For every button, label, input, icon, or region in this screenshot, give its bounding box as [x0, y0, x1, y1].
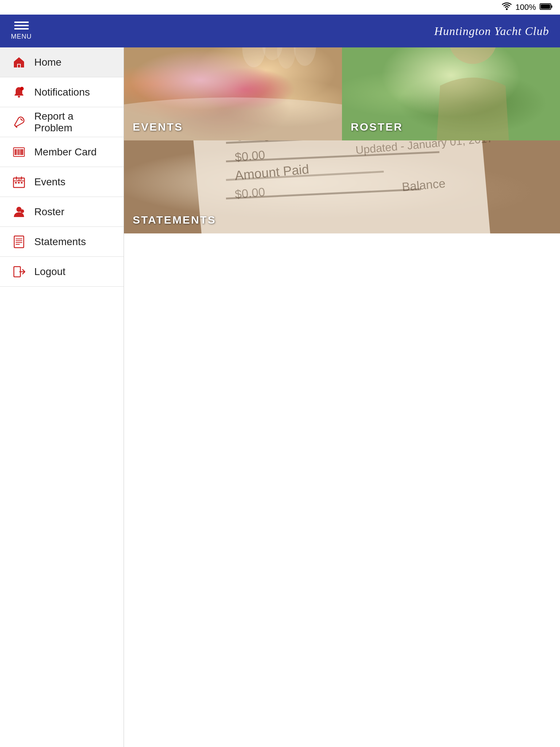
battery-percent: 100% [516, 3, 536, 12]
svg-point-36 [277, 47, 296, 69]
svg-rect-3 [541, 4, 550, 9]
roster-label: Roster [34, 206, 64, 218]
tile-statements[interactable]: Charge Amount Paid $0.00 Updated - Janua… [124, 140, 560, 233]
content-area: Home Notifications [0, 47, 560, 747]
sidebar: Home Notifications [0, 47, 124, 747]
events-tile-label: EVENTS [133, 121, 183, 133]
member-card-label: Member Card [34, 146, 97, 158]
tiles-grid: EVENTS ROSTER [124, 47, 560, 233]
app-container: MENU Huntington Yacht Club Home [0, 15, 560, 747]
svg-text:$0.00: $0.00 [234, 148, 266, 164]
statements-label: Statements [34, 236, 86, 248]
status-bar: 100% [0, 0, 560, 15]
sidebar-item-notifications[interactable]: Notifications [0, 77, 124, 107]
events-label: Events [34, 176, 66, 188]
notifications-label: Notifications [34, 86, 90, 98]
logout-icon [11, 264, 27, 280]
home-label: Home [34, 57, 62, 68]
bell-icon [11, 84, 27, 100]
app-title: Huntington Yacht Club [32, 24, 549, 38]
sidebar-item-logout[interactable]: Logout [0, 257, 124, 287]
barcode-icon [11, 144, 27, 160]
svg-rect-22 [18, 182, 20, 183]
wrench-icon [11, 114, 27, 130]
statements-tile-label: STATEMENTS [133, 214, 216, 226]
svg-point-5 [18, 96, 20, 97]
sidebar-item-statements[interactable]: Statements [0, 227, 124, 257]
svg-point-40 [449, 47, 497, 64]
sidebar-item-report-problem[interactable]: Report a Problem [0, 107, 124, 137]
tile-roster[interactable]: ROSTER [342, 47, 560, 140]
document-icon [11, 234, 27, 250]
wifi-icon [502, 2, 512, 12]
logout-label: Logout [34, 266, 66, 278]
main-content: EVENTS ROSTER [124, 47, 560, 747]
svg-point-0 [506, 8, 508, 10]
sidebar-item-roster[interactable]: Roster [0, 197, 124, 227]
svg-text:$0.00: $0.00 [234, 185, 266, 201]
roster-tile-label: ROSTER [351, 121, 403, 133]
sidebar-item-member-card[interactable]: Member Card [0, 137, 124, 167]
menu-line-2 [14, 25, 29, 26]
sidebar-item-events[interactable]: 30 Events [0, 167, 124, 197]
battery-icon [540, 3, 553, 12]
menu-label: MENU [11, 33, 32, 40]
report-problem-label: Report a Problem [34, 111, 113, 134]
sidebar-item-home[interactable]: Home [0, 47, 124, 77]
svg-rect-4 [18, 65, 20, 67]
svg-text:30: 30 [18, 178, 21, 181]
svg-point-34 [242, 47, 265, 67]
svg-rect-2 [551, 5, 552, 8]
svg-rect-23 [21, 182, 23, 183]
menu-line-3 [14, 28, 29, 30]
svg-point-6 [20, 87, 24, 90]
calendar-icon: 30 [11, 174, 27, 190]
menu-button[interactable]: MENU [11, 22, 32, 40]
home-icon [11, 54, 27, 70]
svg-point-37 [294, 47, 316, 66]
svg-rect-21 [15, 182, 17, 183]
menu-line-1 [14, 22, 29, 23]
person-icon [11, 204, 27, 220]
svg-rect-27 [14, 236, 24, 248]
tile-events[interactable]: EVENTS [124, 47, 342, 140]
header: MENU Huntington Yacht Club [0, 15, 560, 47]
svg-point-26 [20, 209, 24, 213]
